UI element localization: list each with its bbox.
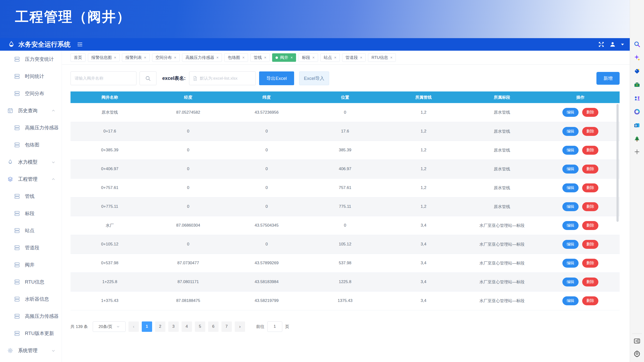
- sidebar-item-水力模型[interactable]: 水力模型: [0, 153, 62, 171]
- sidebar-item-高频压力传感器[interactable]: 高频压力传感器: [0, 119, 62, 136]
- tab-管道段[interactable]: 管道段×: [342, 53, 366, 62]
- close-tab-icon[interactable]: ×: [144, 55, 146, 60]
- delete-button[interactable]: 删除: [582, 221, 598, 230]
- search-input[interactable]: [70, 71, 136, 85]
- delete-button[interactable]: 删除: [582, 202, 598, 211]
- edit-button[interactable]: 编辑: [562, 202, 578, 211]
- sidebar-item-管道段[interactable]: 管道段: [0, 239, 62, 256]
- tab-首页[interactable]: 首页: [70, 53, 86, 62]
- sidebar-item-站点[interactable]: 站点: [0, 222, 62, 239]
- search-button[interactable]: [140, 71, 156, 85]
- add-button[interactable]: 新增: [596, 72, 620, 85]
- chevron-down-icon: [116, 325, 120, 328]
- shopping-icon[interactable]: [634, 67, 640, 75]
- prev-page-button[interactable]: ‹: [128, 322, 139, 332]
- delete-button[interactable]: 删除: [582, 183, 598, 192]
- sidebar-item-高频压力传感器[interactable]: 高频压力传感器: [0, 308, 62, 325]
- fullscreen-icon[interactable]: [598, 41, 605, 48]
- sidebar-item-水听器信息[interactable]: 水听器信息: [0, 291, 62, 308]
- delete-button[interactable]: 删除: [582, 127, 598, 136]
- list-icon: [14, 210, 20, 217]
- close-tab-icon[interactable]: ×: [114, 55, 116, 60]
- edit-button[interactable]: 编辑: [562, 221, 578, 230]
- user-menu-caret-icon[interactable]: [620, 42, 624, 46]
- tab-站点[interactable]: 站点×: [320, 53, 340, 62]
- delete-button[interactable]: 删除: [582, 296, 598, 305]
- toolbox-icon[interactable]: [634, 81, 640, 88]
- delete-button[interactable]: 删除: [582, 165, 598, 174]
- excel-filename-input[interactable]: [200, 76, 252, 81]
- close-tab-icon[interactable]: ×: [216, 55, 218, 60]
- edit-button[interactable]: 编辑: [562, 108, 578, 117]
- tab-包络图[interactable]: 包络图×: [224, 53, 248, 62]
- edit-button[interactable]: 编辑: [562, 278, 578, 287]
- delete-button[interactable]: 删除: [582, 108, 598, 117]
- edit-button[interactable]: 编辑: [562, 296, 578, 305]
- export-excel-button[interactable]: 导出Excel: [259, 71, 294, 85]
- table-scrollbar[interactable]: [616, 104, 619, 222]
- edit-button[interactable]: 编辑: [562, 240, 578, 249]
- delete-button[interactable]: 删除: [582, 259, 598, 268]
- page-button-5[interactable]: 5: [195, 322, 205, 332]
- sidebar-item-管线[interactable]: 管线: [0, 188, 62, 205]
- close-tab-icon[interactable]: ×: [290, 55, 293, 60]
- close-tab-icon[interactable]: ×: [264, 55, 266, 60]
- page-button-7[interactable]: 7: [222, 322, 232, 332]
- edit-button[interactable]: 编辑: [562, 165, 578, 174]
- copilot-icon[interactable]: [634, 54, 640, 61]
- tab-报警列表[interactable]: 报警列表×: [122, 53, 150, 62]
- page-button-3[interactable]: 3: [168, 322, 179, 332]
- sidebar-item-空间分布[interactable]: 空间分布: [0, 85, 62, 102]
- sidebar-item-系统管理[interactable]: 系统管理: [0, 342, 62, 359]
- tree-icon[interactable]: [634, 135, 640, 142]
- close-tab-icon[interactable]: ×: [312, 55, 314, 60]
- page-button-4[interactable]: 4: [182, 322, 192, 332]
- sidebar-item-标段[interactable]: 标段: [0, 205, 62, 222]
- delete-button[interactable]: 删除: [582, 240, 598, 249]
- sidebar-toggle-icon[interactable]: [634, 337, 640, 345]
- delete-button[interactable]: 删除: [582, 278, 598, 287]
- tab-阀井[interactable]: 阀井×: [272, 53, 296, 62]
- close-tab-icon[interactable]: ×: [334, 55, 336, 60]
- next-page-button[interactable]: ›: [235, 322, 245, 332]
- outlook-icon[interactable]: [634, 122, 640, 129]
- tab-管线[interactable]: 管线×: [250, 53, 270, 62]
- sidebar-item-时间统计[interactable]: 时间统计: [0, 68, 62, 85]
- import-excel-button[interactable]: Excel导入: [299, 71, 329, 85]
- cell-阀井名称: 0+757.61: [70, 178, 149, 197]
- page-button-6[interactable]: 6: [208, 322, 218, 332]
- close-tab-icon[interactable]: ×: [390, 55, 392, 60]
- delete-button[interactable]: 删除: [582, 146, 598, 155]
- games-icon[interactable]: [634, 95, 640, 102]
- goto-page-input[interactable]: [267, 322, 282, 332]
- sidebar-item-压力突变统计[interactable]: 压力突变统计: [0, 51, 62, 68]
- tab-空间分布[interactable]: 空间分布×: [152, 53, 180, 62]
- user-avatar-icon[interactable]: [610, 41, 616, 47]
- excel-filename-field[interactable]: [189, 71, 256, 85]
- page-size-select[interactable]: 20条/页: [93, 322, 126, 332]
- edit-button[interactable]: 编辑: [562, 127, 578, 136]
- settings-gear-icon[interactable]: [634, 350, 640, 357]
- sidebar-item-阀井[interactable]: 阀井: [0, 256, 62, 273]
- page-button-1[interactable]: 1: [142, 322, 152, 332]
- sidebar-item-RTU信息[interactable]: RTU信息: [0, 273, 62, 291]
- close-tab-icon[interactable]: ×: [174, 55, 176, 60]
- edit-button[interactable]: 编辑: [562, 146, 578, 155]
- sidebar-item-工程管理[interactable]: 工程管理: [0, 171, 62, 188]
- sidebar-item-RTU版本更新[interactable]: RTU版本更新: [0, 325, 62, 342]
- close-tab-icon[interactable]: ×: [242, 55, 244, 60]
- m365-icon[interactable]: [634, 108, 640, 115]
- edit-button[interactable]: 编辑: [562, 183, 578, 192]
- tab-标段[interactable]: 标段×: [298, 53, 318, 62]
- sidebar-item-历史查询[interactable]: 历史查询: [0, 102, 62, 119]
- tab-高频压力传感器[interactable]: 高频压力传感器×: [182, 53, 222, 62]
- tab-RTU信息[interactable]: RTU信息×: [368, 53, 396, 62]
- tab-报警信息图[interactable]: 报警信息图×: [88, 53, 120, 62]
- page-button-2[interactable]: 2: [155, 322, 166, 332]
- sidebar-item-包络图[interactable]: 包络图: [0, 136, 62, 153]
- menu-collapse-icon[interactable]: [77, 41, 83, 47]
- close-tab-icon[interactable]: ×: [360, 55, 362, 60]
- edit-button[interactable]: 编辑: [562, 259, 578, 268]
- sidebar-search-icon[interactable]: [634, 40, 640, 48]
- add-sidebar-icon[interactable]: [634, 149, 640, 155]
